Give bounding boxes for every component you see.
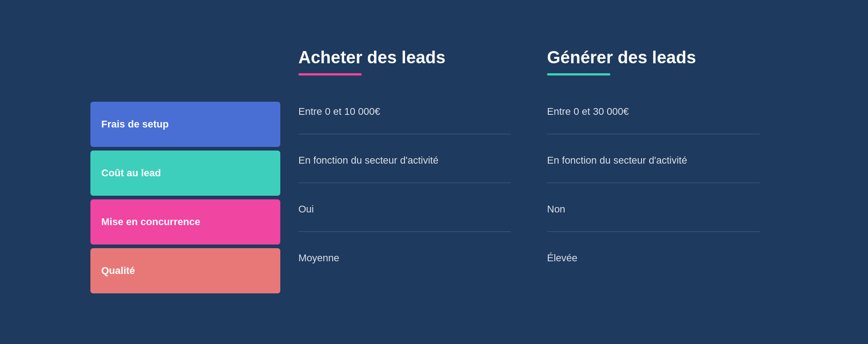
generer-column: Générer des leads Entre 0 et 30 000€ En …	[529, 47, 778, 297]
acheter-row-1: Entre 0 et 10 000€	[298, 89, 511, 134]
acheter-column: Acheter des leads Entre 0 et 10 000€ En …	[280, 47, 529, 297]
label-qualite: Qualité	[90, 248, 280, 293]
acheter-row-4: Moyenne	[298, 236, 511, 281]
acheter-row-2: En fonction du secteur d'activité	[298, 138, 511, 183]
label-frais-setup: Frais de setup	[90, 102, 280, 147]
label-concurrence: Mise en concurrence	[90, 199, 280, 245]
acheter-row-3: Oui	[298, 187, 511, 232]
generer-title: Générer des leads	[547, 47, 760, 68]
generer-row-2: En fonction du secteur d'activité	[547, 138, 760, 183]
generer-row-1: Entre 0 et 30 000€	[547, 89, 760, 134]
generer-underline	[547, 73, 610, 75]
comparison-layout: Frais de setup Coût au lead Mise en conc…	[90, 47, 778, 297]
labels-column: Frais de setup Coût au lead Mise en conc…	[90, 47, 280, 297]
generer-row-3: Non	[547, 187, 760, 232]
generer-header: Générer des leads	[547, 47, 760, 76]
acheter-header: Acheter des leads	[298, 47, 511, 76]
label-cout-lead: Coût au lead	[90, 151, 280, 196]
page-container: Frais de setup Coût au lead Mise en conc…	[0, 0, 868, 344]
acheter-title: Acheter des leads	[298, 47, 511, 68]
acheter-underline	[298, 73, 362, 75]
generer-row-4: Élevée	[547, 236, 760, 281]
